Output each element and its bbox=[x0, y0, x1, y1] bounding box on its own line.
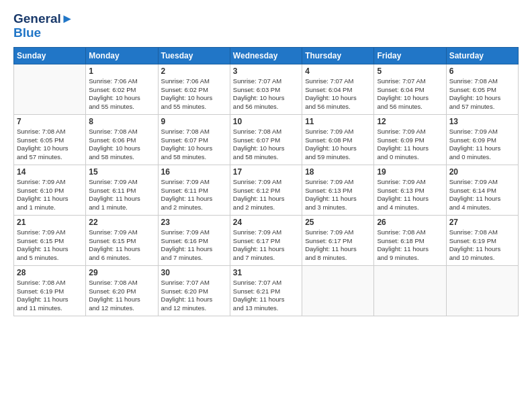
day-cell: 27Sunrise: 7:08 AM Sunset: 6:19 PM Dayli… bbox=[446, 215, 518, 265]
day-cell: 20Sunrise: 7:09 AM Sunset: 6:14 PM Dayli… bbox=[446, 165, 518, 215]
day-cell: 1Sunrise: 7:06 AM Sunset: 6:02 PM Daylig… bbox=[86, 64, 158, 114]
day-info: Sunrise: 7:07 AM Sunset: 6:04 PM Dayligh… bbox=[305, 77, 371, 111]
day-cell: 6Sunrise: 7:08 AM Sunset: 6:05 PM Daylig… bbox=[446, 64, 518, 114]
day-info: Sunrise: 7:09 AM Sunset: 6:09 PM Dayligh… bbox=[377, 128, 443, 162]
day-cell: 14Sunrise: 7:09 AM Sunset: 6:10 PM Dayli… bbox=[14, 165, 86, 215]
day-info: Sunrise: 7:07 AM Sunset: 6:20 PM Dayligh… bbox=[161, 279, 227, 313]
day-cell: 25Sunrise: 7:09 AM Sunset: 6:17 PM Dayli… bbox=[302, 215, 374, 265]
day-cell: 22Sunrise: 7:09 AM Sunset: 6:15 PM Dayli… bbox=[86, 215, 158, 265]
day-cell: 9Sunrise: 7:08 AM Sunset: 6:07 PM Daylig… bbox=[158, 114, 230, 165]
day-info: Sunrise: 7:06 AM Sunset: 6:02 PM Dayligh… bbox=[89, 77, 154, 111]
day-number: 15 bbox=[89, 167, 154, 177]
week-row-2: 7Sunrise: 7:08 AM Sunset: 6:05 PM Daylig… bbox=[14, 114, 519, 165]
day-cell: 28Sunrise: 7:08 AM Sunset: 6:19 PM Dayli… bbox=[14, 265, 86, 316]
day-cell: 2Sunrise: 7:06 AM Sunset: 6:02 PM Daylig… bbox=[158, 64, 230, 114]
day-number: 28 bbox=[17, 268, 83, 277]
dow-header-friday: Friday bbox=[374, 47, 446, 64]
day-number: 29 bbox=[89, 268, 154, 277]
logo: General► Blue bbox=[13, 12, 74, 40]
header: General► Blue bbox=[13, 12, 519, 40]
day-info: Sunrise: 7:08 AM Sunset: 6:18 PM Dayligh… bbox=[377, 228, 443, 263]
day-number: 10 bbox=[233, 117, 299, 126]
day-number: 26 bbox=[377, 218, 443, 227]
day-cell: 12Sunrise: 7:09 AM Sunset: 6:09 PM Dayli… bbox=[374, 114, 446, 165]
dow-header-thursday: Thursday bbox=[302, 47, 374, 64]
day-cell: 11Sunrise: 7:09 AM Sunset: 6:08 PM Dayli… bbox=[302, 114, 374, 165]
dow-header-tuesday: Tuesday bbox=[158, 47, 230, 64]
day-cell: 17Sunrise: 7:09 AM Sunset: 6:12 PM Dayli… bbox=[230, 165, 302, 215]
day-info: Sunrise: 7:09 AM Sunset: 6:13 PM Dayligh… bbox=[377, 178, 443, 212]
week-row-5: 28Sunrise: 7:08 AM Sunset: 6:19 PM Dayli… bbox=[14, 265, 519, 316]
day-info: Sunrise: 7:08 AM Sunset: 6:19 PM Dayligh… bbox=[449, 228, 515, 263]
day-cell: 8Sunrise: 7:08 AM Sunset: 6:06 PM Daylig… bbox=[86, 114, 158, 165]
day-number: 24 bbox=[233, 218, 299, 227]
day-info: Sunrise: 7:09 AM Sunset: 6:13 PM Dayligh… bbox=[305, 178, 371, 212]
day-info: Sunrise: 7:09 AM Sunset: 6:17 PM Dayligh… bbox=[305, 228, 371, 263]
day-cell: 7Sunrise: 7:08 AM Sunset: 6:05 PM Daylig… bbox=[14, 114, 86, 165]
day-cell: 5Sunrise: 7:07 AM Sunset: 6:04 PM Daylig… bbox=[374, 64, 446, 114]
week-row-4: 21Sunrise: 7:09 AM Sunset: 6:15 PM Dayli… bbox=[14, 215, 519, 265]
day-info: Sunrise: 7:08 AM Sunset: 6:07 PM Dayligh… bbox=[161, 128, 227, 162]
day-cell: 26Sunrise: 7:08 AM Sunset: 6:18 PM Dayli… bbox=[374, 215, 446, 265]
day-number: 17 bbox=[233, 167, 299, 177]
day-cell: 13Sunrise: 7:09 AM Sunset: 6:09 PM Dayli… bbox=[446, 114, 518, 165]
day-number: 6 bbox=[449, 66, 515, 76]
day-number: 20 bbox=[449, 167, 515, 177]
day-cell: 18Sunrise: 7:09 AM Sunset: 6:13 PM Dayli… bbox=[302, 165, 374, 215]
day-number: 9 bbox=[161, 117, 227, 126]
day-cell: 24Sunrise: 7:09 AM Sunset: 6:17 PM Dayli… bbox=[230, 215, 302, 265]
dow-header-monday: Monday bbox=[86, 47, 158, 64]
day-number: 16 bbox=[161, 167, 227, 177]
day-info: Sunrise: 7:09 AM Sunset: 6:11 PM Dayligh… bbox=[161, 178, 227, 212]
day-cell: 10Sunrise: 7:08 AM Sunset: 6:07 PM Dayli… bbox=[230, 114, 302, 165]
week-row-1: 1Sunrise: 7:06 AM Sunset: 6:02 PM Daylig… bbox=[14, 64, 519, 114]
day-number: 23 bbox=[161, 218, 227, 227]
dow-header-saturday: Saturday bbox=[446, 47, 518, 64]
day-info: Sunrise: 7:09 AM Sunset: 6:10 PM Dayligh… bbox=[17, 178, 83, 212]
day-info: Sunrise: 7:07 AM Sunset: 6:03 PM Dayligh… bbox=[233, 77, 299, 111]
day-cell: 23Sunrise: 7:09 AM Sunset: 6:16 PM Dayli… bbox=[158, 215, 230, 265]
day-info: Sunrise: 7:08 AM Sunset: 6:20 PM Dayligh… bbox=[89, 279, 154, 313]
day-info: Sunrise: 7:09 AM Sunset: 6:15 PM Dayligh… bbox=[17, 228, 83, 263]
day-number: 25 bbox=[305, 218, 371, 227]
dow-header-wednesday: Wednesday bbox=[230, 47, 302, 64]
day-info: Sunrise: 7:09 AM Sunset: 6:08 PM Dayligh… bbox=[305, 128, 371, 162]
day-number: 27 bbox=[449, 218, 515, 227]
day-info: Sunrise: 7:08 AM Sunset: 6:19 PM Dayligh… bbox=[17, 279, 83, 313]
day-cell bbox=[302, 265, 374, 316]
day-info: Sunrise: 7:08 AM Sunset: 6:05 PM Dayligh… bbox=[449, 77, 515, 111]
day-number: 19 bbox=[377, 167, 443, 177]
day-cell: 31Sunrise: 7:07 AM Sunset: 6:21 PM Dayli… bbox=[230, 265, 302, 316]
day-info: Sunrise: 7:09 AM Sunset: 6:15 PM Dayligh… bbox=[89, 228, 154, 263]
day-cell: 16Sunrise: 7:09 AM Sunset: 6:11 PM Dayli… bbox=[158, 165, 230, 215]
day-cell: 30Sunrise: 7:07 AM Sunset: 6:20 PM Dayli… bbox=[158, 265, 230, 316]
day-cell: 21Sunrise: 7:09 AM Sunset: 6:15 PM Dayli… bbox=[14, 215, 86, 265]
day-info: Sunrise: 7:09 AM Sunset: 6:17 PM Dayligh… bbox=[233, 228, 299, 263]
day-number: 18 bbox=[305, 167, 371, 177]
day-info: Sunrise: 7:06 AM Sunset: 6:02 PM Dayligh… bbox=[161, 77, 227, 111]
day-number: 7 bbox=[17, 117, 83, 126]
day-info: Sunrise: 7:08 AM Sunset: 6:06 PM Dayligh… bbox=[89, 128, 154, 162]
day-number: 2 bbox=[161, 66, 227, 76]
day-number: 12 bbox=[377, 117, 443, 126]
day-info: Sunrise: 7:09 AM Sunset: 6:11 PM Dayligh… bbox=[89, 178, 154, 212]
day-number: 4 bbox=[305, 66, 371, 76]
day-number: 11 bbox=[305, 117, 371, 126]
day-info: Sunrise: 7:09 AM Sunset: 6:14 PM Dayligh… bbox=[449, 178, 515, 212]
dow-header-sunday: Sunday bbox=[14, 47, 86, 64]
day-number: 30 bbox=[161, 268, 227, 277]
day-info: Sunrise: 7:08 AM Sunset: 6:07 PM Dayligh… bbox=[233, 128, 299, 162]
day-number: 14 bbox=[17, 167, 83, 177]
day-cell: 19Sunrise: 7:09 AM Sunset: 6:13 PM Dayli… bbox=[374, 165, 446, 215]
week-row-3: 14Sunrise: 7:09 AM Sunset: 6:10 PM Dayli… bbox=[14, 165, 519, 215]
day-info: Sunrise: 7:09 AM Sunset: 6:12 PM Dayligh… bbox=[233, 178, 299, 212]
day-cell bbox=[14, 64, 86, 114]
day-cell: 29Sunrise: 7:08 AM Sunset: 6:20 PM Dayli… bbox=[86, 265, 158, 316]
day-cell: 15Sunrise: 7:09 AM Sunset: 6:11 PM Dayli… bbox=[86, 165, 158, 215]
day-info: Sunrise: 7:09 AM Sunset: 6:16 PM Dayligh… bbox=[161, 228, 227, 263]
day-number: 22 bbox=[89, 218, 154, 227]
logo-text: General► bbox=[13, 12, 74, 26]
day-number: 31 bbox=[233, 268, 299, 277]
day-number: 3 bbox=[233, 66, 299, 76]
page: General► Blue SundayMondayTuesdayWednesd… bbox=[0, 0, 532, 323]
